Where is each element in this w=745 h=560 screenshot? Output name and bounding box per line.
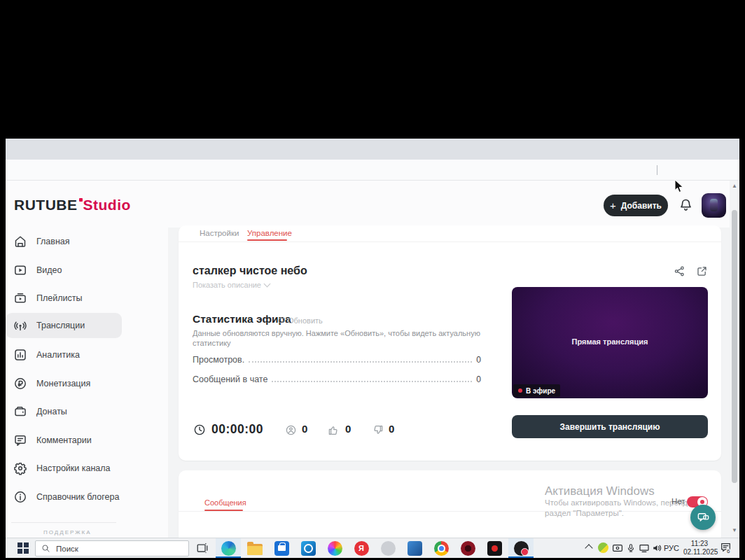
dislikes-count: 0 <box>389 423 394 435</box>
sidebar-item-channel-settings[interactable]: Настройки канала <box>6 456 129 481</box>
sidebar-item-streams[interactable]: Трансляции <box>6 313 122 338</box>
refresh-stats-link[interactable]: Обновить <box>277 316 323 325</box>
browser-tab-strip: R S Студия RUTUBE × + – × <box>6 139 739 160</box>
scrollbar-thumb[interactable] <box>732 210 737 483</box>
scroll-down-icon[interactable]: ▼ <box>732 528 737 533</box>
home-icon <box>13 234 27 248</box>
thumbs-down-icon[interactable] <box>372 424 384 436</box>
tray-notification-icon[interactable]: 6 <box>720 542 732 552</box>
folder-icon <box>247 544 263 555</box>
sidebar-item-analytics[interactable]: Аналитика <box>6 342 129 368</box>
windows-activation-line2: Чтобы активировать Windows, перейд <box>545 498 688 507</box>
taskbar-app-photos[interactable] <box>322 538 347 558</box>
taskbar-app-chrome[interactable] <box>429 538 454 558</box>
taskbar-app-blue[interactable] <box>402 538 427 558</box>
wallet-icon <box>13 405 27 419</box>
sidebar-footer-partial: ПОДДЕРЖКА <box>43 529 92 536</box>
add-button[interactable]: + Добавить <box>604 195 668 216</box>
plus-icon: + <box>610 200 616 211</box>
taskbar-app-gray[interactable] <box>375 538 401 558</box>
share-icon[interactable] <box>674 265 685 277</box>
stat-row-views: Просмотров. 0 <box>193 354 481 365</box>
taskbar-search[interactable]: Поиск <box>35 540 189 556</box>
viewers-count: 0 <box>302 423 307 435</box>
record-dot-icon <box>514 541 529 556</box>
darkred-app-icon <box>461 541 475 556</box>
support-chat-button[interactable] <box>690 505 716 530</box>
stream-duration: 00:00:00 <box>211 422 263 437</box>
logo-dot <box>79 198 83 202</box>
live-badge: В эфире <box>513 384 560 397</box>
windows-logo-icon <box>18 542 29 554</box>
edge-icon <box>221 541 236 556</box>
taskbar-app-streaming[interactable] <box>508 538 534 558</box>
taskbar-app-outlook[interactable] <box>295 538 321 558</box>
taskbar-app-explorer[interactable] <box>242 538 267 558</box>
tray-speaker-icon[interactable] <box>652 543 662 553</box>
stream-preview[interactable]: Прямая трансляция В эфире <box>512 287 708 398</box>
tray-chevron-icon[interactable] <box>585 542 592 550</box>
taskbar-app-store[interactable] <box>269 538 294 558</box>
taskbar-app-yandex[interactable]: Я <box>349 538 374 558</box>
external-link-icon[interactable] <box>696 265 708 277</box>
clock-icon <box>193 424 206 436</box>
gray-app-icon <box>381 541 396 556</box>
tabs-divider <box>179 241 721 242</box>
likes-count: 0 <box>345 423 351 435</box>
messages-divider <box>179 511 721 512</box>
tab-messages[interactable]: Сообщения <box>204 498 246 507</box>
stats-note-line1: Данные обновляются вручную. Нажмите «Обн… <box>193 329 480 337</box>
end-stream-button[interactable]: Завершить трансляцию <box>512 415 708 438</box>
tray-microphone-icon[interactable] <box>626 542 636 554</box>
preview-label: Прямая трансляция <box>512 337 708 346</box>
sidebar-item-video[interactable]: Видео <box>6 258 129 283</box>
live-dot-icon <box>518 388 522 393</box>
show-description-link[interactable]: Показать описание <box>193 281 270 289</box>
tray-time: 11:23 <box>683 540 716 548</box>
comments-icon <box>13 433 27 447</box>
chevron-down-icon <box>264 281 271 288</box>
tray-record-icon[interactable] <box>612 543 623 553</box>
logo-rutube-text: RUTUBE <box>14 197 78 214</box>
task-view-icon[interactable] <box>196 542 209 554</box>
tab-settings[interactable]: Настройки <box>200 229 239 237</box>
sidebar-item-blogger-guide[interactable]: Справочник блогера <box>6 484 129 510</box>
tray-network-icon[interactable] <box>639 543 650 553</box>
tray-antivirus-icon[interactable] <box>598 542 608 553</box>
sidebar-item-playlists[interactable]: Плейлисты <box>6 286 129 311</box>
thumbs-up-icon[interactable] <box>328 424 340 436</box>
stream-title: сталкер чистое небо <box>193 265 307 277</box>
sidebar-item-home[interactable]: Главная <box>6 229 129 254</box>
tray-language[interactable]: РУС <box>664 544 679 552</box>
stat-row-chat-messages: Сообщений в чате 0 <box>193 373 481 384</box>
notifications-bell-icon[interactable] <box>678 197 693 213</box>
tray-date: 02.11.2025 <box>683 548 716 556</box>
rutube-studio-logo[interactable]: RUTUBE Studio <box>14 197 131 214</box>
channel-avatar[interactable] <box>702 193 726 218</box>
notification-count-badge: 6 <box>726 548 730 554</box>
toggle-label: Нет <box>671 497 685 505</box>
sidebar-item-comments[interactable]: Комментарии <box>6 428 129 453</box>
taskbar-app-edge[interactable] <box>216 538 241 558</box>
tray-clock[interactable]: 11:23 02.11.2025 <box>683 540 716 556</box>
start-button[interactable] <box>11 538 35 558</box>
analytics-icon <box>13 348 27 362</box>
taskbar: Поиск Я РУС 11:23 <box>6 538 739 558</box>
search-icon <box>41 544 50 553</box>
sidebar-item-donations[interactable]: Донаты <box>6 399 129 424</box>
playlist-icon <box>13 291 27 305</box>
video-icon <box>13 263 27 277</box>
windows-activation-line3: раздел "Параметры". <box>545 509 624 517</box>
sidebar-divider <box>11 522 116 523</box>
scroll-up-icon[interactable]: ▲ <box>732 183 737 189</box>
screen: R S Студия RUTUBE × + – × ← ↻ https://st… <box>0 0 745 560</box>
stats-note-line2: статистику <box>193 339 231 347</box>
taskbar-app-recorder[interactable] <box>482 538 507 558</box>
sidebar-item-monetization[interactable]: Монетизация <box>6 371 129 396</box>
tab-control[interactable]: Управление <box>247 229 292 237</box>
chrome-icon <box>434 541 449 556</box>
yandex-icon: Я <box>354 541 369 556</box>
camera-app-icon <box>487 541 502 556</box>
taskbar-app-darkred[interactable] <box>455 538 480 558</box>
stream-control-card: Настройки Управление сталкер чистое небо… <box>179 225 721 461</box>
